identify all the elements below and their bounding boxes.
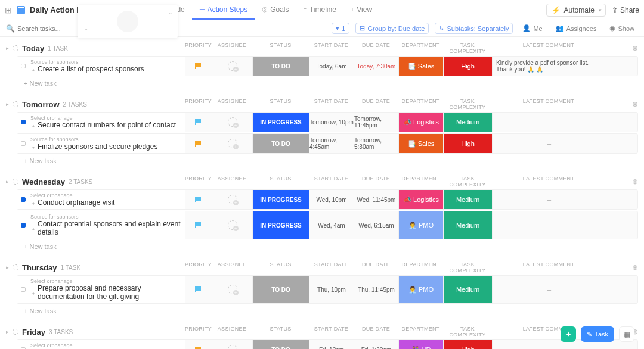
- new-task-button[interactable]: ✎ Task: [581, 326, 614, 342]
- status-tag[interactable]: IN PROGRESS: [253, 211, 309, 239]
- priority-flag-icon[interactable]: [195, 119, 202, 125]
- priority-flag-icon[interactable]: [195, 197, 202, 202]
- due-date[interactable]: Thu, 11:45pm: [358, 286, 395, 293]
- tab-action-steps[interactable]: ☰Action Steps: [192, 0, 255, 20]
- start-date[interactable]: Fri, 12am: [319, 347, 344, 350]
- task-parent[interactable]: Select orphanage: [30, 115, 181, 121]
- col-assignee[interactable]: ASSIGNEE: [212, 98, 252, 110]
- col-assignee[interactable]: ASSIGNEE: [212, 326, 252, 338]
- tab-timeline[interactable]: ≡Timeline: [296, 0, 343, 20]
- menu-icon[interactable]: ⊞: [5, 5, 12, 15]
- complexity-tag[interactable]: Medium: [444, 113, 492, 132]
- col-status[interactable]: STATUS: [252, 42, 309, 54]
- task-parent[interactable]: Source for sponsors: [30, 136, 181, 142]
- status-circle-icon[interactable]: [13, 101, 18, 107]
- col-start[interactable]: START DATE: [309, 42, 354, 54]
- col-priority[interactable]: PRIORITY: [185, 42, 212, 54]
- priority-flag-icon[interactable]: [195, 347, 202, 349]
- col-assignee[interactable]: ASSIGNEE: [212, 42, 252, 54]
- col-due[interactable]: DUE DATE: [354, 176, 398, 188]
- new-task-button[interactable]: + New task: [24, 77, 638, 92]
- due-date[interactable]: Tomorrow, 5:30am: [354, 137, 398, 150]
- task-checkbox[interactable]: [21, 223, 26, 228]
- assignee-add-icon[interactable]: [228, 139, 237, 148]
- due-date[interactable]: Wed, 11:45pm: [357, 197, 396, 203]
- department-tag[interactable]: 👨‍💼PMO: [399, 276, 443, 303]
- task-row[interactable]: Select orphanage ↳ Conduct orphanage vis…: [17, 189, 638, 210]
- add-column-icon[interactable]: ⊕: [632, 177, 638, 186]
- col-status[interactable]: STATUS: [252, 261, 309, 273]
- department-tag[interactable]: 📑Sales: [399, 57, 443, 76]
- col-status[interactable]: STATUS: [252, 98, 309, 110]
- start-date[interactable]: Wed, 10pm: [317, 197, 347, 203]
- start-date[interactable]: Wed, 4am: [318, 222, 345, 229]
- department-tag[interactable]: 👫HR: [399, 340, 443, 349]
- priority-flag-icon[interactable]: [195, 63, 202, 69]
- priority-flag-icon[interactable]: [195, 286, 202, 292]
- col-due[interactable]: DUE DATE: [354, 326, 398, 338]
- due-date[interactable]: Wed, 6:15am: [358, 222, 394, 229]
- col-comment[interactable]: LATEST COMMENT: [492, 98, 605, 110]
- task-parent[interactable]: Select orphanage: [30, 192, 181, 198]
- col-assignee[interactable]: ASSIGNEE: [212, 176, 252, 188]
- col-due[interactable]: DUE DATE: [354, 261, 398, 273]
- task-name[interactable]: Secure contact numbers for point of cont…: [38, 121, 176, 129]
- add-column-icon[interactable]: ⊕: [632, 100, 638, 108]
- assignee-add-icon[interactable]: [228, 117, 237, 127]
- task-parent[interactable]: Select orphanage: [30, 342, 181, 348]
- task-checkbox[interactable]: [21, 141, 26, 146]
- col-status[interactable]: STATUS: [252, 176, 309, 188]
- new-task-button[interactable]: + New task: [24, 155, 638, 169]
- task-name[interactable]: Conduct orphanage visit: [38, 198, 114, 207]
- col-dept[interactable]: DEPARTMENT: [398, 261, 443, 273]
- col-priority[interactable]: PRIORITY: [185, 98, 212, 110]
- automate-button[interactable]: ⚡ Automate: [546, 4, 606, 17]
- department-tag[interactable]: 📣Logistics: [399, 190, 443, 209]
- start-date[interactable]: Tomorrow, 10pm: [309, 119, 354, 126]
- filter-pill[interactable]: ▾ 1: [332, 23, 349, 34]
- status-tag[interactable]: IN PROGRESS: [253, 113, 309, 132]
- task-row[interactable]: Select orphanage ↳ Prepare proposal and …: [17, 275, 638, 304]
- task-parent[interactable]: Source for sponsors: [30, 214, 181, 220]
- complexity-tag[interactable]: Medium: [444, 190, 492, 209]
- collapse-icon[interactable]: ▸: [6, 179, 9, 185]
- complexity-tag[interactable]: High: [444, 57, 492, 76]
- due-date[interactable]: Fri, 1:30am: [361, 347, 392, 350]
- status-tag[interactable]: TO DO: [253, 340, 309, 349]
- collapse-icon[interactable]: ▸: [6, 329, 9, 335]
- collapse-icon[interactable]: ▸: [6, 101, 9, 107]
- col-complexity[interactable]: TASK COMPLEXITY: [443, 326, 492, 338]
- col-dept[interactable]: DEPARTMENT: [398, 176, 443, 188]
- complexity-tag[interactable]: High: [444, 134, 492, 153]
- col-complexity[interactable]: TASK COMPLEXITY: [443, 261, 492, 273]
- department-tag[interactable]: 📣Logistics: [399, 113, 443, 132]
- col-start[interactable]: START DATE: [309, 326, 354, 338]
- task-parent[interactable]: Select orphanage: [30, 278, 181, 284]
- status-tag[interactable]: TO DO: [253, 57, 309, 76]
- due-date[interactable]: Tomorrow, 11:45pm: [354, 116, 398, 129]
- col-start[interactable]: START DATE: [309, 261, 354, 273]
- col-priority[interactable]: PRIORITY: [185, 261, 212, 273]
- tab-view[interactable]: +View: [343, 0, 379, 20]
- complexity-tag[interactable]: Medium: [444, 276, 492, 303]
- status-tag[interactable]: TO DO: [253, 276, 309, 303]
- col-start[interactable]: START DATE: [309, 176, 354, 188]
- department-tag[interactable]: 👨‍💼PMO: [399, 211, 443, 239]
- add-column-icon[interactable]: ⊕: [632, 44, 638, 52]
- start-date[interactable]: Tomorrow, 4:45am: [309, 137, 354, 150]
- col-priority[interactable]: PRIORITY: [185, 176, 212, 188]
- col-complexity[interactable]: TASK COMPLEXITY: [443, 176, 492, 188]
- show-button[interactable]: ◉ Show: [606, 23, 638, 33]
- subtasks-pill[interactable]: ↳ Subtasks: Separately: [435, 23, 513, 34]
- collapse-icon[interactable]: ▸: [6, 264, 9, 270]
- add-column-icon[interactable]: ⊕: [632, 263, 638, 272]
- assignee-add-icon[interactable]: [228, 345, 237, 349]
- new-task-button[interactable]: + New task: [24, 305, 638, 319]
- task-checkbox[interactable]: [21, 120, 26, 124]
- task-row[interactable]: Source for sponsors ↳ Create a list of p…: [17, 56, 638, 76]
- groupby-pill[interactable]: ⊟ Group by: Due date: [355, 23, 429, 34]
- share-button[interactable]: ⇪ Share: [612, 6, 639, 14]
- col-due[interactable]: DUE DATE: [354, 42, 398, 54]
- tab-goals[interactable]: ◎Goals: [255, 0, 296, 20]
- col-due[interactable]: DUE DATE: [354, 98, 398, 110]
